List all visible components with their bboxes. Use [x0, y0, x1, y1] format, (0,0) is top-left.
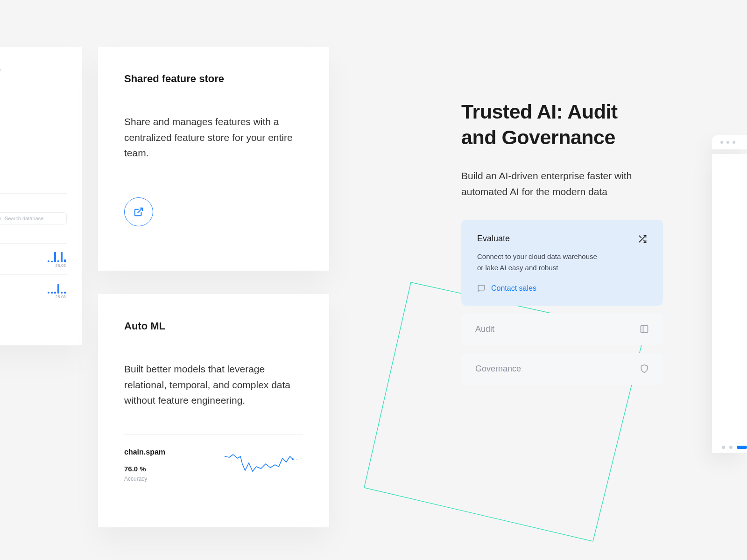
option-title: Evaluate: [477, 234, 510, 244]
carousel-pager[interactable]: [722, 446, 747, 449]
option-title: Governance: [475, 364, 521, 374]
window-body-edge: [712, 154, 747, 453]
cta-label: Contact sales: [491, 284, 536, 293]
sparkline-bars: [48, 250, 66, 262]
shield-icon: [640, 364, 649, 373]
shuffle-icon: [638, 234, 647, 244]
metric-date: 28.03: [48, 263, 66, 268]
open-link-button[interactable]: [124, 197, 153, 226]
svg-line-6: [639, 236, 641, 238]
card-body: Share and manages features with a centra…: [124, 114, 303, 161]
mini-chart: chain.spam 76.0 % Accuracy: [124, 434, 303, 482]
card-title: Shared feature store: [124, 73, 303, 85]
option-description: Connect to your cloud data warehouse or …: [477, 251, 603, 273]
option-audit[interactable]: Audit: [461, 313, 663, 345]
external-link-icon: [134, 207, 144, 217]
metric-date: 28.03: [48, 294, 66, 299]
option-title: Audit: [475, 324, 494, 334]
sparkline-bars: [48, 281, 66, 294]
card-shared-feature-store: Shared feature store Share and manages f…: [98, 47, 329, 271]
chart-metric-label: Accuracy: [124, 476, 165, 482]
search-placeholder: Search database: [5, 216, 43, 221]
sparkline-chart: [224, 448, 303, 481]
heading-fragment: to-end: [0, 78, 67, 91]
card-auto-ml: Auto ML Built better models that leverag…: [98, 294, 329, 527]
search-icon: [0, 216, 2, 221]
card-body: Built better models that leverage relati…: [124, 361, 303, 408]
svg-line-1: [138, 208, 142, 213]
partial-card-left: clarative to-end Search database 25.5 k …: [0, 47, 82, 345]
contact-sales-link[interactable]: Contact sales: [477, 284, 647, 293]
card-title: Auto ML: [124, 320, 303, 332]
hero-section: Trusted AI: Audit and Governance Build a…: [461, 99, 669, 392]
option-evaluate[interactable]: Evaluate Connect to your cloud data ware…: [461, 220, 663, 306]
chat-icon: [477, 284, 486, 293]
svg-rect-7: [641, 326, 648, 333]
chart-value: 76.0 %: [124, 465, 165, 473]
svg-point-2: [292, 458, 294, 460]
chart-name: chain.spam: [124, 448, 165, 456]
option-governance[interactable]: Governance: [461, 353, 663, 385]
search-input[interactable]: Search database: [0, 212, 67, 224]
window-traffic-lights: [712, 135, 747, 149]
hero-subtitle: Build an AI-driven enterprise faster wit…: [461, 168, 669, 199]
metric-row-records: 343.5 k / day Records 28.03: [0, 274, 67, 306]
panel-icon: [640, 324, 649, 334]
hero-title: Trusted AI: Audit and Governance: [461, 99, 669, 150]
heading-fragment: clarative: [0, 63, 67, 76]
metric-row-predictions: 25.5 k Predictions 28.03: [0, 243, 67, 274]
